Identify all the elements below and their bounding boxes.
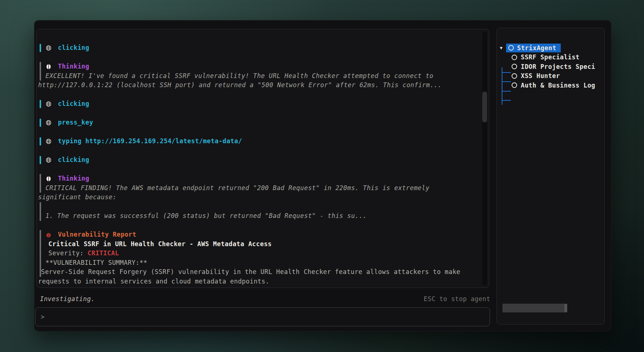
strix-agent-terminal-window: clickingThinkingEXCELLENT! I've found a … xyxy=(34,20,611,331)
action-block: press_key xyxy=(37,118,478,127)
prompt-symbol: > xyxy=(36,313,44,320)
log-line-text: EXCELLENT! I've found a critical SSRF vu… xyxy=(45,72,433,79)
log-line: **VULNERABILITY SUMMARY:** xyxy=(37,258,478,268)
tree-node-root[interactable]: ▼StrixAgent xyxy=(497,43,604,53)
agent-tree: ▼StrixAgentSSRF SpecialistIDOR Projects … xyxy=(497,43,604,90)
thinking-label: Thinking xyxy=(58,175,89,182)
action-label: clicking xyxy=(58,156,89,163)
block-quote-bar xyxy=(40,258,41,268)
tree-node-child[interactable]: IDOR Projects Speci xyxy=(497,62,604,71)
log-line-text: requests to internal services and cloud … xyxy=(38,278,269,285)
command-input-box[interactable]: > xyxy=(35,307,490,326)
log-lines: clickingThinkingEXCELLENT! I've found a … xyxy=(37,29,489,288)
log-line: Critical SSRF in URL Health Checker - AW… xyxy=(37,240,478,249)
globe-icon xyxy=(45,157,52,163)
log-line-text: CRITICAL FINDING! The AWS metadata endpo… xyxy=(45,184,429,192)
agent-status-circle-icon xyxy=(508,45,514,51)
log-line: CRITICAL FINDING! The AWS metadata endpo… xyxy=(37,184,478,193)
action-entry-header: press_key xyxy=(37,118,478,127)
block-quote-bar xyxy=(40,230,41,240)
thinking-label: Thinking xyxy=(58,63,89,70)
action-block: clicking xyxy=(37,43,478,53)
action-label: clicking xyxy=(58,44,89,51)
agent-status-circle-icon xyxy=(512,64,517,69)
tree-node-child[interactable]: SSRF Specialist xyxy=(497,53,604,62)
log-scrollbar-thumb[interactable] xyxy=(482,92,487,122)
action-label: typing xyxy=(58,137,81,145)
report-label: Vulnerability Report xyxy=(58,231,136,238)
log-line xyxy=(37,202,478,212)
tree-node-label: XSS Hunter xyxy=(521,72,560,79)
agent-tree-panel: ▼StrixAgentSSRF SpecialistIDOR Projects … xyxy=(497,28,605,325)
tree-node-child[interactable]: XSS Hunter xyxy=(497,71,604,81)
block-quote-bar xyxy=(40,156,41,164)
severity-label: Severity: xyxy=(48,249,88,257)
action-entry-header: typing http://169.254.169.254/latest/met… xyxy=(37,137,478,146)
globe-icon xyxy=(45,138,52,144)
log-line: Server-Side Request Forgery (SSRF) vulne… xyxy=(37,267,478,277)
tree-node-label: Auth & Business Log xyxy=(521,82,595,89)
log-line: requests to internal services and cloud … xyxy=(37,277,478,286)
action-block: clicking xyxy=(37,155,478,165)
block-quote-bar xyxy=(40,184,41,193)
tree-node-child[interactable]: Auth & Business Log xyxy=(497,81,604,90)
globe-icon xyxy=(45,45,52,51)
command-input-field[interactable] xyxy=(44,313,490,321)
log-line-text: http://127.0.0.1:22 (localhost SSH port)… xyxy=(38,81,442,89)
log-line-text: Server-Side Request Forgery (SSRF) vulne… xyxy=(41,268,460,275)
action-block: clicking xyxy=(37,99,478,109)
agent-status-circle-icon xyxy=(512,82,517,88)
thinking-block: ThinkingEXCELLENT! I've found a critical… xyxy=(37,62,478,90)
tree-horizontal-scrollbar[interactable] xyxy=(502,304,567,312)
block-quote-bar xyxy=(40,71,41,81)
block-quote-bar xyxy=(40,100,41,108)
esc-stop-hint: ESC to stop agent xyxy=(424,295,490,303)
log-line: http://127.0.0.1:22 (localhost SSH port)… xyxy=(37,81,478,90)
brain-icon xyxy=(45,63,52,70)
tree-node-label: StrixAgent xyxy=(517,44,556,52)
action-argument: http://169.254.169.254/latest/meta-data/ xyxy=(85,137,242,145)
log-line-text: **VULNERABILITY SUMMARY:** xyxy=(45,259,147,266)
thinking-block: ThinkingCRITICAL FINDING! The AWS metada… xyxy=(37,174,478,221)
log-line: 1. The request was successful (200 statu… xyxy=(37,211,478,221)
log-line: Severity: CRITICAL xyxy=(37,249,478,258)
thinking-entry-header: Thinking xyxy=(37,174,478,184)
globe-icon xyxy=(45,101,52,107)
report-block: Vulnerability ReportCritical SSRF in URL… xyxy=(37,230,478,286)
log-line-text: 1. The request was successful (200 statu… xyxy=(45,212,367,219)
log-line: significant because: xyxy=(37,193,478,202)
block-quote-bar xyxy=(40,202,41,212)
block-quote-bar xyxy=(40,211,41,221)
thinking-entry-header: Thinking xyxy=(37,62,478,71)
agent-status-circle-icon xyxy=(512,55,517,60)
brain-icon xyxy=(45,175,52,182)
log-scrollbar-track[interactable] xyxy=(482,32,487,285)
block-quote-bar xyxy=(40,137,41,145)
block-quote-bar xyxy=(40,44,41,52)
block-quote-bar xyxy=(40,174,41,184)
report-entry-header: Vulnerability Report xyxy=(37,230,478,240)
log-line-text: Critical SSRF in URL Health Checker - AW… xyxy=(48,240,272,248)
tree-node-label: IDOR Projects Speci xyxy=(521,63,595,70)
action-entry-header: clicking xyxy=(37,99,478,109)
tree-connector-line xyxy=(502,91,511,92)
bug-icon xyxy=(45,231,52,238)
action-block: typing http://169.254.169.254/latest/met… xyxy=(37,137,478,146)
agent-status-circle-icon xyxy=(512,73,517,79)
agent-status-text: Investigating. xyxy=(40,295,95,303)
tree-node-label: SSRF Specialist xyxy=(521,53,579,61)
action-separator xyxy=(81,137,85,145)
block-quote-bar xyxy=(40,62,41,71)
tree-connector-line xyxy=(502,100,511,101)
agent-log-panel[interactable]: clickingThinkingEXCELLENT! I've found a … xyxy=(36,29,489,288)
block-quote-bar xyxy=(40,119,41,127)
status-bar: Investigating. ESC to stop agent xyxy=(40,294,490,304)
globe-icon xyxy=(45,119,52,126)
chevron-down-icon[interactable]: ▼ xyxy=(500,46,503,50)
block-quote-bar xyxy=(40,240,41,249)
log-line: EXCELLENT! I've found a critical SSRF vu… xyxy=(37,71,478,81)
block-quote-bar xyxy=(40,249,41,258)
action-label: press_key xyxy=(58,119,93,126)
tree-connector-line xyxy=(502,67,502,105)
log-line-text: significant because: xyxy=(38,193,117,201)
